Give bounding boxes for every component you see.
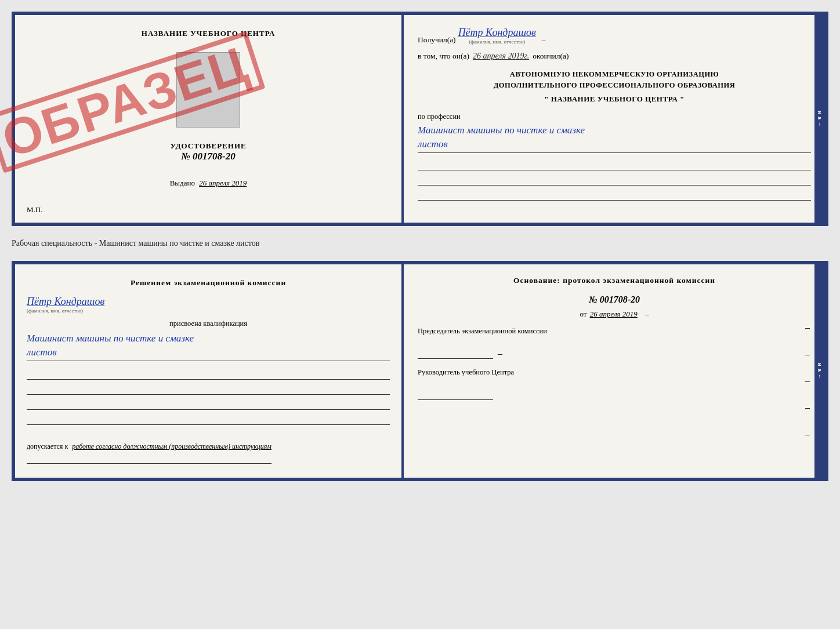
po-professii: по профессии (418, 112, 811, 121)
prisvoena-label: присвоена квалификация (27, 319, 390, 328)
vudano-date: 26 апреля 2019 (199, 179, 247, 187)
dash-r4: – (805, 402, 810, 413)
dopusk-prefix: допускается к (27, 442, 68, 450)
udost-number: № 001708-20 (170, 151, 246, 162)
ot-dash: – (645, 310, 649, 318)
osnovanie-title: Основание: протокол экзаменационной коми… (418, 276, 811, 285)
bottom-document: Решением экзаменационной комиссии Пётр К… (12, 261, 828, 481)
vudano-line: Выдано 26 апреля 2019 (170, 179, 247, 188)
top-title: НАЗВАНИЕ УЧЕБНОГО ЦЕНТРА (142, 29, 276, 38)
vtom-line: в том, что он(а) 26 апреля 2019г. окончи… (418, 52, 811, 61)
side-b-letter-2: а (817, 369, 823, 372)
bottom-profession-line2: листов (27, 347, 57, 358)
bottom-underlines (27, 367, 390, 425)
poluchil-prefix: Получил(а) (418, 35, 456, 45)
side-letter-3: ← (817, 122, 823, 127)
side-bar-right: и а ← (814, 15, 825, 223)
profession-label: по профессии Машинист машины по чистке и… (418, 112, 811, 153)
bottom-profession-text: Машинист машины по чистке и смазке (27, 333, 194, 344)
bottom-profession: Машинист машины по чистке и смазке листо… (27, 332, 390, 361)
side-letter-1: и (817, 111, 823, 114)
dash-r2: – (805, 349, 810, 359)
vudano-prefix: Выдано (170, 179, 195, 187)
b-underline-4 (27, 412, 390, 425)
specialty-line: Рабочая специальность - Машинист машины … (12, 235, 828, 252)
bottom-fio-note: (фамилия, имя, отчество) (27, 308, 83, 314)
top-document: НАЗВАНИЕ УЧЕБНОГО ЦЕНТРА УДОСТОВЕРЕНИЕ №… (12, 12, 828, 226)
dash-r1: – (805, 322, 810, 333)
side-letter-2: а (817, 117, 823, 119)
komissia-title: Решением экзаменационной комиссии (27, 278, 390, 288)
poluchil-line: Получил(а) Пётр Кондрашов (фамилия, имя,… (418, 27, 811, 45)
ot-date-value: 26 апреля 2019 (590, 310, 638, 318)
b-underline-2 (27, 382, 390, 395)
bottom-doc-right: Основание: протокол экзаменационной коми… (404, 264, 825, 478)
underlines (418, 158, 811, 201)
dash-r3: – (805, 376, 810, 386)
org-line1: АВТОНОМНУЮ НЕКОММЕРЧЕСКУЮ ОРГАНИЗАЦИЮ (418, 69, 811, 80)
b-underline-1 (27, 367, 390, 380)
right-dashes: – – – – – (805, 322, 810, 439)
underline-3 (418, 188, 811, 201)
top-doc-right: Получил(а) Пётр Кондрашов (фамилия, имя,… (404, 15, 825, 223)
rukovoditel-sig-line (418, 388, 493, 400)
vtom-date: 26 апреля 2019г. (473, 52, 529, 61)
predsedatel-sig-line (418, 347, 493, 359)
udostoverenie-block: УДОСТОВЕРЕНИЕ № 001708-20 (170, 141, 246, 162)
ot-date: от 26 апреля 2019 – (418, 310, 811, 319)
underline-1 (418, 158, 811, 170)
page-wrapper: НАЗВАНИЕ УЧЕБНОГО ЦЕНТРА УДОСТОВЕРЕНИЕ №… (12, 12, 828, 481)
recipient-name: Пётр Кондрашов (458, 27, 536, 39)
side-bar-bottom-right: и а ← (814, 264, 825, 478)
mp-line: М.П. (27, 205, 42, 214)
rukovoditel-block: Руководитель учебного Центра (418, 368, 811, 400)
ot-prefix: от (580, 310, 586, 318)
udost-label: УДОСТОВЕРЕНИЕ (170, 141, 246, 151)
dash-r5: – (805, 429, 810, 439)
org-block: АВТОНОМНУЮ НЕКОММЕРЧЕСКУЮ ОРГАНИЗАЦИЮ ДО… (418, 69, 811, 104)
top-doc-left: НАЗВАНИЕ УЧЕБНОГО ЦЕНТРА УДОСТОВЕРЕНИЕ №… (15, 15, 404, 223)
dopusk-text: работе согласно должностным (производств… (72, 442, 271, 450)
bottom-doc-left: Решением экзаменационной комиссии Пётр К… (15, 264, 404, 478)
side-b-letter-3: ← (817, 374, 823, 379)
photo-placeholder (176, 52, 240, 128)
predsedatel-label: Председатель экзаменационной комиссии (418, 327, 811, 336)
protocol-number: № 001708-20 (418, 294, 811, 305)
profession-text-main: Машинист машины по чистке и смазке (418, 125, 585, 136)
okonchil: окончил(а) (533, 52, 569, 61)
profession-text-line2: листов (418, 139, 448, 150)
dopusk-underline (27, 451, 271, 464)
side-b-letter-1: и (817, 363, 823, 366)
dopuskaetsya-block: допускается к работе согласно должностны… (27, 442, 271, 466)
underline-2 (418, 173, 811, 186)
profession-text: Машинист машины по чистке и смазке листо… (418, 123, 811, 153)
fio-note: (фамилия, имя, отчество) (469, 39, 525, 45)
org-name: " НАЗВАНИЕ УЧЕБНОГО ЦЕНТРА " (418, 93, 811, 105)
vtom-prefix: в том, что он(а) (418, 52, 469, 61)
predsedatel-block: Председатель экзаменационной комиссии – (418, 327, 811, 359)
b-underline-3 (27, 397, 390, 410)
dash-1: – (542, 35, 546, 45)
name-line-bottom: Пётр Кондрашов (фамилия, имя, отчество) (27, 296, 390, 314)
rukovoditel-label: Руководитель учебного Центра (418, 368, 811, 377)
bottom-person-name: Пётр Кондрашов (27, 296, 104, 308)
predsedatel-dash: – (498, 348, 502, 359)
org-line2: ДОПОЛНИТЕЛЬНОГО ПРОФЕССИОНАЛЬНОГО ОБРАЗО… (418, 80, 811, 91)
